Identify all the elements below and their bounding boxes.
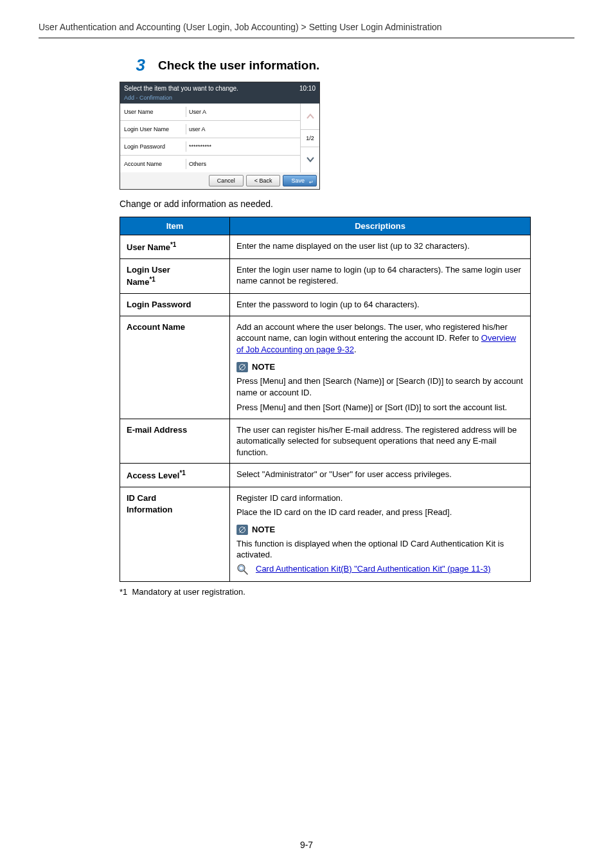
step-number: 3 [120, 55, 145, 75]
device-row-login-user[interactable]: Login User Name user A [120, 121, 300, 138]
device-row-value: User A [186, 107, 300, 117]
table-row: E-mail Address The user can register his… [120, 419, 531, 464]
note-label: NOTE [252, 524, 275, 536]
scroll-up-button[interactable] [300, 104, 319, 130]
footnote: *1 Mandatory at user registration. [120, 587, 531, 597]
cell-item: ID Card Information [120, 487, 230, 582]
cell-desc: Enter the password to login (up to 64 ch… [230, 294, 531, 316]
device-row-label: Login Password [120, 143, 186, 150]
item-label: User Name [127, 242, 170, 252]
footnote-marker: *1 [120, 587, 127, 597]
svg-point-7 [239, 566, 244, 570]
desc-text: . [354, 345, 357, 354]
device-row-value: Others [186, 159, 300, 169]
device-row-user-name[interactable]: User Name User A [120, 104, 300, 121]
footnote-text: Mandatory at user registration. [132, 587, 245, 597]
info-table: Item Descriptions User Name*1 Enter the … [120, 217, 531, 582]
device-row-login-password[interactable]: Login Password ********** [120, 138, 300, 156]
cell-item: Login Password [120, 294, 230, 316]
desc-text: Add an account where the user belongs. T… [236, 322, 508, 343]
device-row-label: Login User Name [120, 126, 186, 132]
sup-marker: *1 [170, 241, 176, 248]
cell-desc: Register ID card information. Place the … [230, 487, 531, 582]
step-title: Check the user information. [158, 59, 319, 73]
device-row-value: ********** [186, 141, 300, 152]
cell-item: Account Name [120, 316, 230, 419]
note-icon [236, 362, 248, 372]
table-row: User Name*1 Enter the name displayed on … [120, 235, 531, 259]
breadcrumb: User Authentication and Accounting (User… [39, 22, 574, 32]
divider [39, 37, 574, 39]
item-label: ID Card [127, 493, 156, 503]
link-card-auth-kit[interactable]: Card Authentication Kit(B) "Card Authent… [256, 563, 491, 575]
table-row: Account Name Add an account where the us… [120, 316, 531, 419]
cell-item: Access Level*1 [120, 464, 230, 487]
sup-marker: *1 [179, 469, 185, 476]
th-desc: Descriptions [230, 217, 531, 235]
cell-desc: Add an account where the user belongs. T… [230, 316, 531, 419]
cell-desc: Enter the name displayed on the user lis… [230, 235, 531, 259]
cell-desc: Enter the login user name to login (up t… [230, 258, 531, 293]
save-button[interactable]: Save [283, 175, 317, 186]
caption-text: Change or add information as needed. [120, 199, 531, 209]
device-row-label: Account Name [120, 161, 186, 167]
desc-text: Register ID card information. [236, 493, 524, 504]
device-panel: Select the item that you want to change.… [120, 82, 320, 190]
device-header-text: Select the item that you want to change. [124, 85, 238, 92]
cell-desc: The user can register his/her E-mail add… [230, 419, 531, 464]
chevron-down-icon [306, 156, 315, 163]
note-text: Press [Menu] and then [Sort (Name)] or [… [236, 402, 524, 413]
device-subtitle: Add - Confirmation [120, 95, 319, 104]
magnifier-icon [236, 563, 249, 576]
table-row: Access Level*1 Select "Administrator" or… [120, 464, 531, 487]
note-icon [236, 525, 248, 535]
scroll-down-button[interactable] [300, 147, 319, 173]
page-indicator: 1/2 [300, 130, 319, 147]
device-row-label: User Name [120, 109, 186, 115]
chevron-up-icon [306, 113, 315, 120]
step-heading: 3 Check the user information. [120, 55, 531, 75]
page-number: 9-7 [0, 840, 613, 850]
sup-marker: *1 [149, 276, 155, 283]
item-label: Information [127, 505, 173, 514]
item-label: Access Level [127, 471, 179, 481]
table-row: Login Password Enter the password to log… [120, 294, 531, 316]
cell-item: E-mail Address [120, 419, 230, 464]
desc-text: Place the ID card on the ID card reader,… [236, 507, 524, 518]
item-label: Name [127, 278, 149, 287]
note-label: NOTE [252, 361, 275, 373]
cancel-button[interactable]: Cancel [209, 175, 244, 186]
note-text: This function is displayed when the opti… [236, 538, 524, 561]
table-row: ID Card Information Register ID card inf… [120, 487, 531, 582]
cell-item: Login User Name*1 [120, 258, 230, 293]
svg-line-8 [244, 571, 248, 575]
device-row-value: user A [186, 124, 300, 134]
table-row: Login User Name*1 Enter the login user n… [120, 258, 531, 293]
cell-desc: Select "Administrator" or "User" for use… [230, 464, 531, 487]
item-label: Login User [127, 265, 170, 275]
device-time: 10:10 [299, 85, 315, 92]
back-button[interactable]: < Back [246, 175, 281, 186]
note-text: Press [Menu] and then [Search (Name)] or… [236, 375, 524, 398]
device-row-account-name[interactable]: Account Name Others [120, 156, 300, 172]
th-item: Item [120, 217, 230, 235]
cell-item: User Name*1 [120, 235, 230, 259]
